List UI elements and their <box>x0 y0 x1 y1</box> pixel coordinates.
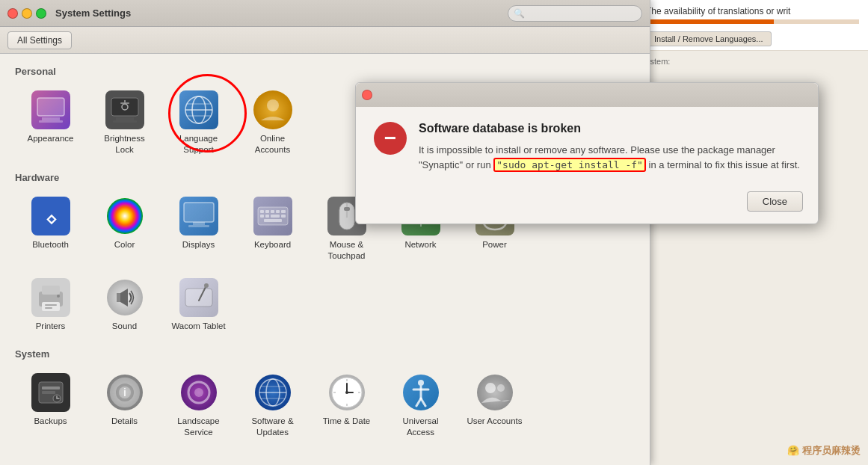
universal-access-item[interactable]: UniversalAccess <box>385 367 456 444</box>
svg-rect-2 <box>42 117 60 120</box>
bg-right-content: ystem: <box>637 51 868 72</box>
svg-rect-1 <box>37 98 64 116</box>
close-window-button[interactable] <box>7 8 18 19</box>
error-message: It is impossible to install or remove an… <box>419 143 800 172</box>
svg-rect-33 <box>260 215 264 218</box>
appearance-icon <box>31 90 70 129</box>
brightness-label: BrightnessLock <box>104 133 144 155</box>
svg-rect-30 <box>271 210 274 213</box>
svg-rect-23 <box>184 203 214 222</box>
system-section-title: System <box>15 348 635 360</box>
bg-top-area: The availability of translations or writ… <box>637 0 868 51</box>
settings-window: System Settings 🔍 All Settings Personal <box>0 0 650 465</box>
svg-rect-41 <box>344 207 350 211</box>
svg-rect-50 <box>45 304 57 306</box>
wacom-item[interactable]: Wacom Tablet <box>163 272 234 338</box>
software-updates-item[interactable]: Software &Updates <box>237 367 308 444</box>
bluetooth-item[interactable]: ⬦ Bluetooth <box>15 191 86 268</box>
landscape-icon <box>179 373 218 412</box>
svg-rect-31 <box>276 210 280 213</box>
svg-rect-49 <box>42 302 60 311</box>
details-item[interactable]: i Details <box>89 367 160 444</box>
error-dialog-header <box>356 83 818 107</box>
brightness-icon <box>105 90 144 129</box>
svg-rect-29 <box>265 210 269 213</box>
keyboard-label: Keyboard <box>254 239 291 250</box>
search-input[interactable] <box>508 5 642 22</box>
timedate-label: Time & Date <box>323 416 370 427</box>
error-icon: − <box>374 122 407 155</box>
svg-rect-48 <box>42 286 60 295</box>
appearance-item[interactable]: Appearance <box>15 84 86 161</box>
svg-rect-6 <box>116 117 134 120</box>
timedate-item[interactable]: Time & Date <box>311 367 382 444</box>
svg-rect-7 <box>113 120 137 123</box>
svg-rect-3 <box>39 120 63 123</box>
minimize-window-button[interactable] <box>22 8 32 19</box>
brightness-item[interactable]: BrightnessLock <box>89 84 160 161</box>
backups-label: Backups <box>34 416 67 427</box>
backups-icon <box>31 373 70 412</box>
search-wrapper: 🔍 <box>508 5 642 22</box>
svg-rect-35 <box>271 215 280 218</box>
color-item[interactable]: Color <box>89 191 160 268</box>
svg-point-87 <box>477 375 513 410</box>
sound-icon <box>105 278 144 317</box>
displays-icon <box>179 197 218 235</box>
printers-item[interactable]: Printers <box>15 272 86 338</box>
svg-rect-32 <box>281 210 286 213</box>
printers-icon <box>31 278 70 317</box>
svg-rect-24 <box>193 222 205 225</box>
user-accounts-icon <box>475 373 514 412</box>
svg-text:⬦: ⬦ <box>44 206 57 229</box>
install-languages-button[interactable]: Install / Remove Languages... <box>646 31 772 46</box>
online-accounts-item[interactable]: OnlineAccounts <box>237 84 308 161</box>
all-settings-button[interactable]: All Settings <box>7 31 72 49</box>
svg-rect-61 <box>42 391 55 394</box>
error-close-button[interactable]: Close <box>747 191 803 212</box>
maximize-window-button[interactable] <box>36 8 46 19</box>
software-updates-icon <box>253 373 292 412</box>
bg-top-text: The availability of translations or writ <box>646 6 859 16</box>
backups-item[interactable]: Backups <box>15 367 86 444</box>
window-controls <box>7 8 46 19</box>
error-content: Software database is broken It is imposs… <box>419 122 800 172</box>
universal-access-label: UniversalAccess <box>403 416 439 438</box>
online-accounts-icon <box>253 90 292 129</box>
svg-rect-51 <box>45 307 52 309</box>
svg-point-88 <box>485 383 496 393</box>
displays-item[interactable]: Displays <box>163 191 234 268</box>
personal-section-title: Personal <box>15 66 635 77</box>
svg-point-80 <box>345 391 348 394</box>
sound-label: Sound <box>112 321 137 332</box>
svg-rect-60 <box>42 387 60 389</box>
svg-rect-55 <box>185 289 212 307</box>
sound-item[interactable]: Sound <box>89 272 160 338</box>
error-dialog-body: − Software database is broken It is impo… <box>356 107 818 184</box>
wacom-icon <box>179 278 218 317</box>
svg-point-86 <box>418 380 424 386</box>
error-title: Software database is broken <box>419 122 800 135</box>
window-title: System Settings <box>55 7 131 19</box>
bluetooth-label: Bluetooth <box>32 239 69 250</box>
hardware-row2-grid: Printers Sound <box>15 272 635 338</box>
landscape-item[interactable]: LandscapeService <box>163 367 234 444</box>
background-panel: The availability of translations or writ… <box>636 0 868 465</box>
user-accounts-item[interactable]: User Accounts <box>459 367 530 444</box>
error-dialog-close-button[interactable] <box>362 90 372 100</box>
online-accounts-label: OnlineAccounts <box>255 133 290 155</box>
landscape-label: LandscapeService <box>177 416 219 438</box>
error-dialog: − Software database is broken It is impo… <box>355 82 819 224</box>
printers-label: Printers <box>36 321 66 332</box>
svg-rect-25 <box>188 225 209 227</box>
language-icon <box>179 90 218 129</box>
appearance-label: Appearance <box>27 133 73 144</box>
universal-access-icon <box>401 373 440 412</box>
keyboard-item[interactable]: Keyboard <box>237 191 308 268</box>
language-item[interactable]: LanguageSupport <box>163 84 234 161</box>
timedate-icon <box>327 373 366 412</box>
network-label: Network <box>404 239 436 250</box>
mouse-label: Mouse &Touchpad <box>328 239 366 262</box>
bluetooth-icon: ⬦ <box>31 197 70 235</box>
error-command: "sudo apt-get install -f" <box>493 158 646 172</box>
